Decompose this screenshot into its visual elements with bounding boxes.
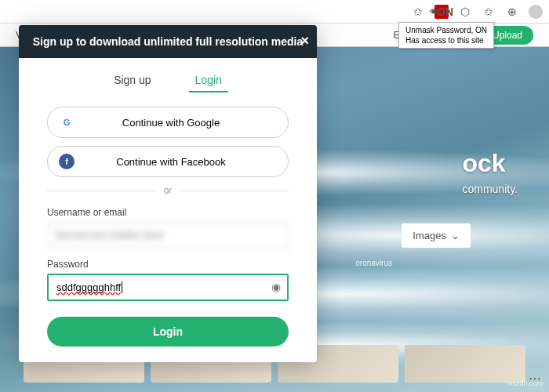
extensions-icon[interactable]: ⬡ xyxy=(458,5,472,19)
close-icon[interactable]: × xyxy=(300,33,309,49)
profile-icon[interactable] xyxy=(529,5,543,19)
modal-header: Sign up to download unlimited full resol… xyxy=(19,25,317,58)
auth-tabs: Sign up Login xyxy=(47,69,289,93)
login-button[interactable]: Login xyxy=(47,317,289,347)
modal-overlay: Sign up to download unlimited full resol… xyxy=(0,24,549,392)
tooltip-title: Unmask Password, ON xyxy=(405,25,487,35)
unmask-password-extension-icon[interactable]: ON xyxy=(434,5,449,19)
password-label: Password xyxy=(47,259,289,270)
divider-or: or xyxy=(47,185,289,196)
favorites-bar-icon[interactable]: ✩ xyxy=(482,5,496,19)
password-input[interactable]: sddfggggghhff xyxy=(47,274,289,301)
continue-with-google-button[interactable]: G Continue with Google xyxy=(47,107,289,138)
tab-signup[interactable]: Sign up xyxy=(107,69,157,93)
continue-with-facebook-button[interactable]: f Continue with Facebook xyxy=(47,146,289,177)
collections-icon[interactable]: ⊕ xyxy=(505,5,519,19)
username-input[interactable]: blurred text hidden here xyxy=(47,222,289,248)
favorite-icon[interactable]: ✩ xyxy=(411,5,425,19)
more-options-icon[interactable]: ⋯ xyxy=(529,371,541,386)
username-label: Username or email xyxy=(47,207,289,218)
auth-modal: Sign up to download unlimited full resol… xyxy=(19,25,317,362)
facebook-icon: f xyxy=(59,154,75,169)
tab-login[interactable]: Login xyxy=(189,69,228,93)
browser-toolbar: ✩ ON ⬡ ✩ ⊕ xyxy=(0,0,549,24)
extension-tooltip: Unmask Password, ON Has access to this s… xyxy=(398,22,494,49)
google-icon: G xyxy=(59,114,75,130)
tooltip-subtitle: Has access to this site xyxy=(405,35,487,45)
modal-title: Sign up to download unlimited full resol… xyxy=(33,35,304,48)
toggle-password-visibility-icon[interactable]: ◉ xyxy=(271,281,281,293)
